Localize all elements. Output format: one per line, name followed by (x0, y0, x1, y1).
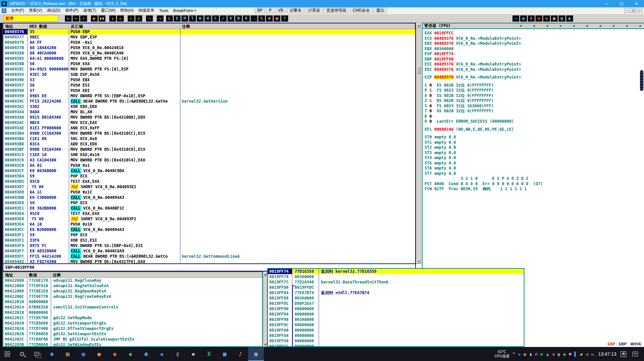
toolbar-letter-...[interactable]: ... (250, 15, 258, 22)
register-row[interactable]: EBX 003A0000 (425, 46, 644, 52)
side-widget[interactable] (640, 70, 643, 91)
disasm-row[interactable]: 0040938B50PUSH EAX (3, 61, 415, 67)
efl-row[interactable]: EFL 00000246 (NO,NB,E,BE,NS,PE,GE,LE) (425, 127, 644, 132)
taskbar-clock[interactable]: 13:47:13 (598, 351, 617, 357)
disasm-row[interactable]: 004093F159POP ECX (3, 232, 415, 238)
tray-battery-icon[interactable]: ▭ (591, 352, 594, 356)
disasm-row[interactable]: 004093D585C0TEST EAX,EAX (3, 179, 415, 184)
quick-button-CMD命令[interactable]: CMD命令 (350, 8, 372, 13)
step-into-icon[interactable]: ↓ (109, 15, 116, 22)
disasm-row[interactable]: 004093FCFF15 44214200CALL NEAR DWORD PTR… (3, 254, 415, 259)
stack-row[interactable]: 0019FF88003A0000 (268, 295, 524, 301)
scroll-up-icon[interactable]: ▲ (417, 23, 421, 28)
stack-row[interactable]: 0019FF7477D16359返回到 kernel32.77D16359 (268, 269, 524, 274)
disasm-row[interactable]: 004093796A FFPUSH -0x1 (3, 40, 415, 45)
st-register-row[interactable]: ST0 empty 0.0 (425, 135, 644, 140)
flag-row[interactable]: S 0 FS 0053 32位 3A3000(FFF) (425, 104, 644, 109)
mdi-restore-button[interactable] (631, 8, 636, 13)
stack-row[interactable]: 0019FF8CD98F2EA7 (268, 301, 524, 306)
column-header-hex[interactable]: HEX 数据 (28, 23, 69, 29)
pane-chevron-icon[interactable]: < (573, 24, 575, 28)
disasm-row[interactable]: 004093F233F6XOR ESI,ESI (3, 238, 415, 243)
flag-row[interactable]: T 0 GS 002B 32位 0(FFFFFFFF) (425, 109, 644, 114)
taskbar-app-ie[interactable]: e (138, 347, 154, 361)
toolbar-letter-R[interactable]: R (243, 15, 250, 22)
trace-over-icon[interactable]: ⇊ (135, 15, 142, 22)
disasm-row[interactable]: 004093CFE8 06360000CALL VC6_0_Re.0040C9D… (3, 168, 415, 173)
column-header-address[interactable]: 地址 (3, 23, 28, 29)
start-button[interactable] (0, 347, 15, 361)
disasm-row[interactable]: 004093E685C0TEST EAX,EAX (3, 211, 415, 216)
dump-row[interactable]: 0042202C77CDAF80JMP 到 gdi32ful.ScaleView… (3, 337, 262, 342)
disasm-row[interactable]: 0040939756PUSH ESI (3, 83, 415, 88)
tray-defender-icon[interactable]: ◆ (580, 352, 583, 356)
dump-row[interactable]: 0042203077CD60A0gdi32.SetWindowExtEx (3, 342, 262, 347)
dump-row[interactable]: 0042201467B9E350comctl32.InitCommonContr… (3, 305, 262, 310)
toolbar-letter-B[interactable]: B (235, 15, 242, 22)
register-row[interactable]: EDI 00409376 VC6_0_Re.<ModuleEntryPoint> (425, 67, 644, 73)
run-icon[interactable]: ▶ (91, 15, 98, 22)
minimize-button[interactable] (599, 0, 614, 7)
ebp-button[interactable]: EBP (619, 342, 627, 346)
toolbar-letter-E[interactable]: E (173, 15, 181, 22)
disasm-row[interactable]: 004093D96A 1CPUSH 0x1C (3, 190, 415, 195)
tray-nvidia-icon[interactable]: ◉ (563, 352, 566, 356)
disasm-row[interactable]: 004093CD6A 01PUSH 0x1 (3, 163, 415, 168)
menu-item-查看(V)[interactable]: 查看(V) (26, 7, 44, 14)
disasm-row[interactable]: 004093F7E8 AD320000CALL VC6_0_Re.0040C6A… (3, 248, 415, 254)
disasm-row[interactable]: 004093AC8BC8MOV ECX,EAX (3, 120, 415, 125)
disasm-row[interactable]: 004093B4890D CC104300MOV DWORD PTR DS:[0… (3, 131, 415, 136)
help-icon[interactable]: ? (281, 15, 288, 22)
restart-icon[interactable]: ↻ (64, 15, 72, 22)
scroll-down-icon[interactable]: ▼ (264, 342, 267, 346)
flag-row[interactable]: C 0 ES 002B 32位 0(FFFFFFFF) (425, 83, 644, 88)
pane-chevron-icon[interactable]: < (599, 24, 602, 28)
st-register-row[interactable]: ST7 empty 0.0 (425, 171, 644, 176)
scroll-down-icon[interactable]: ▼ (417, 259, 421, 263)
plugin-a-icon[interactable]: A (527, 15, 535, 22)
tray-user-icon[interactable]: ☻ (569, 352, 572, 356)
stack-row[interactable]: 0019FFA000000000 (268, 328, 524, 333)
register-row[interactable]: EAX 0019FFCC (425, 31, 644, 36)
disasm-row[interactable]: 004093778BECMOV EBP,ESP (3, 34, 415, 40)
disasm-row[interactable]: 0040938068 40CA4000PUSH VC6_0_Re.0040CA4… (3, 50, 415, 56)
menu-item-窗口(W)[interactable]: 窗口(W) (99, 7, 118, 14)
disasm-scrollbar[interactable]: ▲ ▼ (416, 23, 421, 264)
quick-button-记事本[interactable]: 记事本 (287, 8, 304, 13)
plugin-grid-icon[interactable]: ▦ (550, 15, 558, 22)
stack-row[interactable]: 0019FF9400000000 (268, 312, 524, 317)
column-header-disasm[interactable]: 反汇编 (69, 23, 180, 29)
disasm-row[interactable]: 004093BAC1E1 08SHL ECX,0x8 (3, 136, 415, 141)
st-register-row[interactable]: ST6 empty 0.0 (425, 166, 644, 171)
disasm-row[interactable]: 004093BF890D C8104300MOV DWORD PTR DS:[0… (3, 147, 415, 152)
scroll-thumb[interactable] (417, 67, 421, 74)
mdi-minimize-button[interactable] (624, 8, 630, 13)
toolbar-letter-H[interactable]: H (204, 15, 211, 22)
stack-row[interactable]: 0019FFA800000000 (268, 338, 524, 344)
quick-button-资源管理器[interactable]: 资源管理器 (324, 8, 349, 13)
disasm-row[interactable]: 004093EA6A 10PUSH 0x10 (3, 222, 415, 227)
plugin-ring-icon[interactable]: ◎ (543, 15, 550, 22)
quick-button-计算器[interactable]: 计算器 (305, 8, 323, 13)
pause-icon[interactable]: ▮▮ (98, 15, 106, 22)
pane-chevron-icon[interactable]: < (626, 24, 628, 28)
disasm-row[interactable]: 004093A48AD4MOV DL,AH (3, 109, 415, 115)
stack-row[interactable]: 0019FF9C00000000 (268, 322, 524, 328)
pane-chevron-icon[interactable]: < (546, 24, 548, 28)
tray-wifi-icon[interactable]: ∩ (535, 352, 538, 356)
tray-volume-red-icon[interactable]: ◀ (552, 352, 554, 356)
toolbar-letter-M[interactable]: M (181, 15, 188, 22)
disasm-row[interactable]: 0040938564:A1 00000000MOV EAX,DWORD PTR … (3, 56, 415, 61)
task-view-button[interactable] (29, 347, 44, 361)
toolbar-letter-C[interactable]: C (212, 15, 219, 22)
disasm-row[interactable]: 0040939383EC 58SUB ESP,0x58 (3, 72, 415, 77)
esp-button[interactable]: ESP (608, 342, 615, 346)
tray-volume-icon[interactable]: ◁ (586, 352, 588, 356)
disasm-row[interactable]: 004093BD03CAADD ECX,EDX (3, 141, 415, 147)
menu-item-Tools[interactable]: Tools (157, 7, 171, 14)
st-register-row[interactable]: ST2 empty 0.0 (425, 145, 644, 150)
flag-row[interactable]: P 1 CS 0023 32位 0(FFFFFFFF) (425, 88, 644, 93)
tray-theme-icon[interactable]: ◐ (524, 352, 526, 356)
pane-chevron-icon[interactable]: < (639, 24, 641, 28)
disasm-row[interactable]: 00409402A3 F8274300MOV DWORD PTR DS:[0x4… (3, 259, 415, 264)
